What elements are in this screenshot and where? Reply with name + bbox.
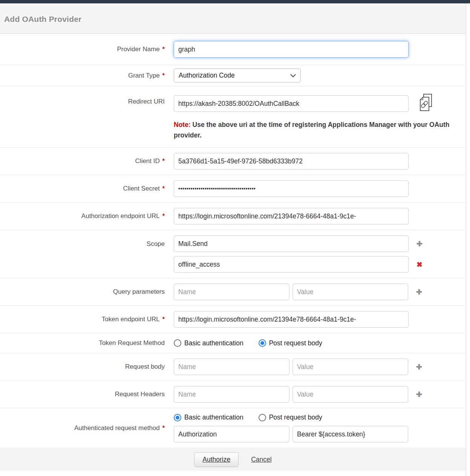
token-method-basic-auth-label: Basic authentication: [184, 339, 243, 347]
token-endpoint-input[interactable]: [174, 311, 409, 328]
request-header-name-input[interactable]: [174, 386, 289, 403]
token-endpoint-label-col: Token endpoint URL*: [0, 315, 165, 323]
required-asterisk: *: [162, 185, 165, 192]
required-asterisk: *: [162, 72, 165, 79]
required-asterisk: *: [162, 213, 165, 219]
row-request-headers: Request Headers ✚: [0, 381, 466, 408]
request-body-value-input[interactable]: [292, 359, 408, 375]
note-text: Use the above uri at the time of registe…: [174, 121, 450, 139]
page-title: Add OAuth Provider: [4, 15, 466, 24]
query-param-name-input[interactable]: [174, 284, 289, 300]
grant-type-select[interactable]: Authorization Code: [174, 69, 301, 82]
cancel-link[interactable]: Cancel: [251, 456, 271, 464]
token-method-basic-auth-option[interactable]: Basic authentication: [174, 339, 243, 347]
radio-selected-icon[interactable]: [174, 414, 181, 421]
auth-method-post-body-option[interactable]: Post request body: [259, 413, 322, 421]
panel-header: Add OAuth Provider: [0, 3, 466, 34]
authorization-endpoint-label: Authorization endpoint URL: [81, 212, 160, 220]
add-request-body-icon[interactable]: ✚: [416, 363, 422, 371]
redirect-uri-note: Note: Use the above uri at the time of r…: [174, 119, 462, 140]
row-authenticated-request-method: Authenticated request method* Basic auth…: [0, 408, 466, 448]
grant-type-selected-value: Authorization Code: [179, 72, 235, 79]
client-secret-label-col: Client Secret*: [0, 185, 165, 193]
radio-unselected-icon[interactable]: [174, 339, 181, 347]
provider-name-label: Provider Name: [117, 46, 159, 53]
request-body-name-input[interactable]: [174, 359, 289, 375]
authenticated-request-method-label: Authenticated request method: [74, 424, 160, 432]
scope-label-col: Scope: [0, 235, 165, 248]
row-client-id: Client ID*: [0, 148, 466, 175]
auth-method-post-body-label: Post request body: [269, 413, 322, 421]
auth-method-basic-auth-label: Basic authentication: [184, 413, 243, 421]
scope-input-1[interactable]: [174, 235, 409, 252]
scope-input-2[interactable]: [174, 256, 409, 273]
request-body-label-col: Request body: [0, 363, 165, 371]
add-query-param-icon[interactable]: ✚: [416, 288, 422, 296]
token-request-method-label: Token Request Method: [99, 339, 165, 346]
redirect-uri-input[interactable]: [174, 95, 409, 112]
grant-type-label-col: Grant Type*: [0, 72, 165, 80]
token-method-post-body-option[interactable]: Post request body: [259, 339, 322, 347]
request-body-label: Request body: [125, 363, 165, 370]
provider-name-input[interactable]: [174, 41, 409, 58]
bottom-whitespace: [0, 471, 466, 476]
row-client-secret: Client Secret*: [0, 175, 466, 203]
radio-selected-icon[interactable]: [259, 339, 266, 347]
form-footer: Authorize Cancel: [0, 448, 466, 471]
row-request-body: Request body ✚: [0, 353, 466, 381]
row-provider-name: Provider Name*: [0, 34, 466, 65]
client-secret-input[interactable]: [174, 180, 409, 197]
client-id-label: Client ID: [135, 157, 160, 165]
query-param-value-input[interactable]: [292, 284, 408, 300]
provider-name-label-col: Provider Name*: [0, 45, 165, 53]
authorization-endpoint-input[interactable]: [174, 208, 409, 224]
client-id-input[interactable]: [174, 153, 409, 169]
token-request-method-label-col: Token Request Method: [0, 339, 165, 347]
note-prefix: Note:: [174, 121, 191, 128]
request-headers-label-col: Request Headers: [0, 390, 165, 398]
client-secret-label: Client Secret: [123, 185, 159, 192]
request-header-value-input[interactable]: [292, 386, 408, 403]
auth-header-name-input[interactable]: [174, 426, 289, 442]
remove-scope-icon[interactable]: ✖: [416, 261, 423, 268]
authorize-button[interactable]: Authorize: [194, 452, 239, 467]
query-parameters-label: Query parameters: [113, 288, 165, 295]
client-id-label-col: Client ID*: [0, 157, 165, 165]
scope-label: Scope: [147, 240, 165, 247]
add-oauth-provider-panel: Add OAuth Provider Provider Name* Grant …: [0, 3, 466, 476]
token-method-post-body-label: Post request body: [269, 339, 322, 347]
grant-type-label: Grant Type: [128, 72, 160, 79]
redirect-uri-label: Redirect URI: [128, 98, 165, 105]
row-redirect-uri: Redirect URI Note: [0, 86, 466, 148]
row-scope: Scope ✚ ✖: [0, 230, 466, 278]
row-token-request-method: Token Request Method Basic authenticatio…: [0, 333, 466, 353]
redirect-uri-label-col: Redirect URI: [0, 93, 165, 106]
auth-header-value-input[interactable]: [292, 426, 408, 442]
query-parameters-label-col: Query parameters: [0, 288, 165, 296]
add-scope-icon[interactable]: ✚: [416, 240, 423, 247]
required-asterisk: *: [162, 46, 165, 52]
add-request-header-icon[interactable]: ✚: [416, 391, 422, 398]
authenticated-request-method-label-col: Authenticated request method*: [0, 424, 165, 432]
auth-method-basic-auth-option[interactable]: Basic authentication: [174, 413, 243, 421]
radio-unselected-icon[interactable]: [259, 414, 266, 421]
token-endpoint-label: Token endpoint URL: [102, 316, 160, 323]
row-grant-type: Grant Type* Authorization Code: [0, 65, 466, 86]
authorization-endpoint-label-col: Authorization endpoint URL*: [0, 212, 165, 220]
chevron-down-icon: [290, 74, 296, 78]
request-headers-label: Request Headers: [115, 391, 165, 398]
top-accent-bar: [0, 0, 470, 3]
required-asterisk: *: [162, 425, 165, 431]
required-asterisk: *: [162, 316, 165, 322]
required-asterisk: *: [162, 158, 165, 164]
row-query-parameters: Query parameters ✚: [0, 278, 466, 306]
row-authorization-endpoint: Authorization endpoint URL*: [0, 203, 466, 230]
copy-uri-icon[interactable]: [419, 93, 433, 114]
row-token-endpoint: Token endpoint URL*: [0, 306, 466, 333]
